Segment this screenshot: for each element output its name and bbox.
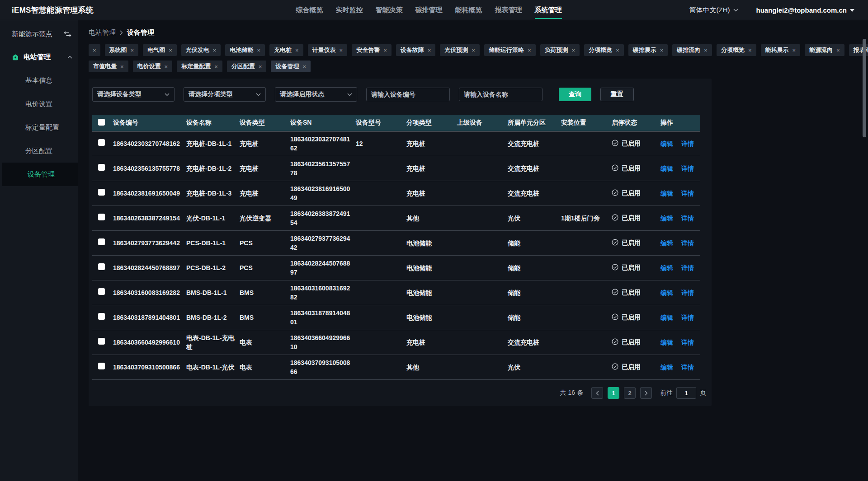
detail-link[interactable]: 详情 (681, 140, 694, 147)
detail-link[interactable]: 详情 (681, 289, 694, 296)
row-checkbox[interactable] (98, 139, 105, 146)
edit-link[interactable]: 编辑 (660, 190, 673, 197)
view-tag[interactable]: 设备故障 × (396, 44, 436, 56)
close-icon[interactable]: × (704, 47, 708, 54)
close-icon[interactable]: × (472, 47, 475, 54)
next-page-button[interactable] (640, 387, 652, 399)
sidebar-item[interactable]: 电价设置 (0, 92, 78, 116)
close-icon[interactable]: × (528, 47, 531, 54)
edit-link[interactable]: 编辑 (660, 364, 673, 371)
row-checkbox[interactable] (98, 214, 105, 220)
close-icon[interactable]: × (660, 47, 664, 54)
close-icon[interactable]: × (383, 47, 387, 54)
row-checkbox[interactable] (98, 263, 105, 270)
detail-link[interactable]: 详情 (681, 314, 694, 321)
view-tag[interactable]: 安全告警 × (352, 44, 392, 56)
view-tag[interactable]: 分项概览 × (717, 44, 756, 56)
search-button[interactable]: 查询 (559, 88, 591, 101)
view-tag[interactable]: 标定量配置 × (177, 61, 222, 72)
row-checkbox[interactable] (98, 363, 105, 369)
edit-link[interactable]: 编辑 (660, 264, 673, 271)
page-button[interactable]: 2 (624, 387, 636, 399)
close-icon[interactable]: × (120, 63, 124, 70)
view-tag[interactable]: 能源流向 × (805, 44, 844, 56)
prev-page-button[interactable] (591, 387, 603, 399)
edit-link[interactable]: 编辑 (660, 165, 673, 172)
enable-status-select[interactable]: 请选择启用状态 (275, 87, 357, 102)
close-icon[interactable]: × (213, 47, 217, 54)
view-tag[interactable]: 系统图 × (105, 44, 139, 56)
close-icon[interactable]: × (214, 63, 218, 70)
detail-link[interactable]: 详情 (681, 239, 694, 247)
row-checkbox[interactable] (98, 313, 105, 320)
edit-link[interactable]: 编辑 (660, 314, 673, 321)
view-tag[interactable]: 设备管理 × (271, 61, 311, 72)
detail-link[interactable]: 详情 (681, 339, 694, 346)
view-tag[interactable]: 充电桩 × (269, 44, 303, 56)
nav-item[interactable]: 智能决策 (376, 0, 403, 20)
close-icon[interactable]: × (616, 47, 619, 54)
edit-link[interactable]: 编辑 (660, 140, 673, 147)
nav-item[interactable]: 综合概览 (296, 0, 323, 20)
sidebar-item[interactable]: 设备管理 (2, 163, 78, 186)
view-tag[interactable]: 市值电量 × (89, 61, 128, 72)
view-tag[interactable]: 分项概览 × (584, 44, 624, 56)
edit-link[interactable]: 编辑 (660, 289, 673, 296)
nav-item[interactable]: 能耗概览 (455, 0, 482, 20)
user-menu[interactable]: huanglei2@topband.com.cn (756, 6, 854, 14)
site-selector[interactable]: 新能源示范点 (0, 20, 78, 38)
close-icon[interactable]: × (169, 47, 172, 54)
sidebar-item[interactable]: 基本信息 (0, 69, 78, 92)
page-button[interactable]: 1 (608, 387, 619, 399)
detail-link[interactable]: 详情 (681, 264, 694, 271)
view-tag[interactable]: 计量仪表 × (308, 44, 348, 56)
reset-button[interactable]: 重置 (600, 88, 634, 101)
close-icon[interactable]: × (428, 47, 431, 54)
sidebar-group-station-management[interactable]: 电站管理 (0, 53, 78, 61)
detail-link[interactable]: 详情 (681, 190, 694, 197)
close-icon[interactable]: × (295, 47, 299, 54)
device-type-select[interactable]: 请选择设备类型 (92, 87, 175, 102)
edit-link[interactable]: 编辑 (660, 339, 673, 346)
device-name-input[interactable] (459, 88, 542, 101)
close-icon[interactable]: × (257, 47, 260, 54)
select-all-checkbox[interactable] (98, 119, 105, 126)
row-checkbox[interactable] (98, 288, 105, 295)
device-id-input[interactable] (366, 88, 450, 101)
detail-link[interactable]: 详情 (681, 165, 694, 172)
row-checkbox[interactable] (98, 338, 105, 345)
close-icon[interactable]: × (302, 63, 306, 70)
view-tag[interactable]: 负荷预测 × (540, 44, 580, 56)
sidebar-item[interactable]: 分区配置 (0, 139, 78, 163)
nav-item[interactable]: 碳排管理 (415, 0, 443, 20)
close-icon[interactable]: × (259, 63, 262, 70)
view-tag[interactable]: 分区配置 × (227, 61, 267, 72)
view-tag[interactable]: 储能运行策略 × (484, 44, 536, 56)
view-tag[interactable]: 能耗展示 × (761, 44, 801, 56)
detail-link[interactable]: 详情 (681, 364, 694, 371)
swap-icon[interactable] (64, 31, 71, 37)
sidebar-item[interactable]: 标定量配置 (0, 116, 78, 139)
goto-page-input[interactable] (676, 387, 696, 399)
view-tag[interactable]: 电气图 × (143, 44, 177, 56)
view-tag[interactable]: 电价设置 × (133, 61, 173, 72)
breadcrumb-parent[interactable]: 电站管理 (89, 28, 116, 37)
nav-item[interactable]: 实时监控 (336, 0, 363, 20)
view-tag[interactable]: 光伏发电 × (181, 44, 221, 56)
language-selector[interactable]: 简体中文(ZH) (689, 6, 738, 14)
detail-link[interactable]: 详情 (681, 215, 694, 222)
category-type-select[interactable]: 请选择分项类型 (184, 87, 266, 102)
close-icon[interactable]: × (340, 47, 343, 54)
row-checkbox[interactable] (98, 238, 105, 245)
row-checkbox[interactable] (98, 189, 105, 196)
close-icon[interactable]: × (131, 47, 134, 54)
close-icon[interactable]: × (836, 47, 840, 54)
view-tag[interactable]: 电池储能 × (225, 44, 265, 56)
close-icon[interactable]: × (748, 47, 752, 54)
view-tag[interactable]: 光伏预测 × (440, 44, 480, 56)
close-icon[interactable]: × (793, 47, 796, 54)
vertical-scrollbar[interactable] (863, 39, 866, 137)
close-icon[interactable]: × (93, 47, 96, 54)
nav-item[interactable]: 报表管理 (495, 0, 522, 20)
nav-item[interactable]: 系统管理 (535, 0, 562, 20)
